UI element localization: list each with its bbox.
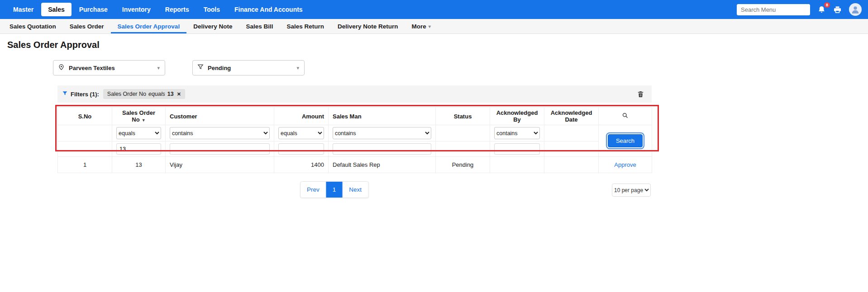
approval-table-container: S.No Sales Order No▼ Customer Amount Sal… bbox=[57, 107, 652, 173]
chevron-down-icon: ▾ bbox=[157, 65, 160, 71]
filter-chip[interactable]: Sales Order No equals 13 ✕ bbox=[103, 89, 185, 99]
col-header-amount: Amount bbox=[274, 108, 329, 125]
chevron-down-icon: ▾ bbox=[429, 24, 431, 29]
col-header-acknowledged-by: Acknowledged By bbox=[490, 108, 544, 125]
cell-acknowledged-date bbox=[544, 157, 599, 173]
customer-operator-select[interactable]: contains bbox=[170, 127, 270, 139]
sales-order-no-operator-select[interactable]: equals bbox=[116, 127, 161, 139]
sales-man-operator-select[interactable]: contains bbox=[333, 127, 431, 139]
per-page-select[interactable]: 10 per page bbox=[612, 184, 651, 197]
filter-operator-row: equals contains equals contains contains bbox=[58, 125, 652, 141]
filter-funnel-icon bbox=[62, 90, 68, 98]
filter-value-row bbox=[58, 141, 652, 157]
pagination-page-1-button[interactable]: 1 bbox=[326, 182, 343, 198]
nav-inventory[interactable]: Inventory bbox=[115, 3, 157, 16]
pagination-next-button[interactable]: Next bbox=[343, 182, 368, 198]
acknowledged-by-filter-input[interactable] bbox=[494, 143, 540, 155]
col-header-search bbox=[599, 108, 652, 125]
nav-purchase[interactable]: Purchase bbox=[72, 3, 114, 16]
nav-tools[interactable]: Tools bbox=[197, 3, 227, 16]
company-selector[interactable]: Parveen Textiles ▾ bbox=[53, 60, 165, 75]
clear-filters-trash-icon[interactable] bbox=[637, 90, 644, 98]
table-row: 1 13 Vijay 1400 Default Sales Rep Pendin… bbox=[58, 157, 652, 173]
user-avatar[interactable] bbox=[849, 3, 862, 16]
sales-order-no-filter-input[interactable] bbox=[116, 143, 161, 155]
filter-chip-operator: equals bbox=[148, 91, 165, 97]
nav-master[interactable]: Master bbox=[6, 3, 40, 16]
company-selector-value: Parveen Textiles bbox=[69, 65, 115, 71]
active-filters-bar: Filters (1): Sales Order No equals 13 ✕ bbox=[57, 85, 652, 103]
status-selector[interactable]: Pending ▾ bbox=[192, 60, 305, 75]
subnav-sales-return[interactable]: Sales Return bbox=[280, 19, 331, 33]
cell-sales-order-no: 13 bbox=[112, 157, 166, 173]
subnav-sales-quotation[interactable]: Sales Quotation bbox=[3, 19, 63, 33]
subnav-delivery-note-return[interactable]: Delivery Note Return bbox=[331, 19, 405, 33]
top-navigation-bar: Master Sales Purchase Inventory Reports … bbox=[0, 0, 868, 19]
pagination-row: Prev 1 Next 10 per page bbox=[57, 181, 652, 200]
approve-link[interactable]: Approve bbox=[614, 161, 636, 168]
cell-sales-man: Default Sales Rep bbox=[329, 157, 436, 173]
status-selector-value: Pending bbox=[208, 65, 231, 71]
location-pin-icon bbox=[58, 64, 65, 72]
filter-chip-value: 13 bbox=[167, 91, 174, 97]
subnav-sales-order-approval[interactable]: Sales Order Approval bbox=[111, 19, 187, 33]
filter-chip-field: Sales Order No bbox=[107, 91, 146, 97]
print-icon[interactable] bbox=[833, 5, 842, 14]
filters-count-label: Filters (1): bbox=[71, 91, 99, 98]
subnav-sales-bill[interactable]: Sales Bill bbox=[239, 19, 280, 33]
nav-reports[interactable]: Reports bbox=[158, 3, 196, 16]
acknowledged-by-operator-select[interactable]: contains bbox=[494, 127, 540, 139]
cell-sno: 1 bbox=[58, 157, 112, 173]
cell-status: Pending bbox=[436, 157, 490, 173]
filter-chip-close-icon[interactable]: ✕ bbox=[177, 91, 181, 97]
cell-acknowledged-by bbox=[490, 157, 544, 173]
filter-selectors: Parveen Textiles ▾ Pending ▾ bbox=[53, 60, 868, 75]
col-header-customer: Customer bbox=[166, 108, 274, 125]
chevron-down-icon: ▾ bbox=[296, 65, 299, 71]
nav-finance-and-accounts[interactable]: Finance And Accounts bbox=[228, 3, 310, 16]
notification-count-badge: 8 bbox=[824, 2, 830, 8]
notifications-bell-icon[interactable]: 8 bbox=[817, 5, 826, 14]
sort-descending-icon[interactable]: ▼ bbox=[142, 118, 146, 122]
main-menu: Master Sales Purchase Inventory Reports … bbox=[6, 3, 310, 16]
sales-man-filter-input[interactable] bbox=[333, 143, 431, 155]
col-header-sales-order-no[interactable]: Sales Order No▼ bbox=[112, 108, 166, 125]
nav-sales[interactable]: Sales bbox=[41, 3, 72, 16]
amount-operator-select[interactable]: equals bbox=[278, 127, 324, 139]
col-header-sales-man: Sales Man bbox=[329, 108, 436, 125]
sales-sub-navigation: Sales Quotation Sales Order Sales Order … bbox=[0, 19, 868, 34]
topbar-right-controls: 8 bbox=[737, 3, 862, 16]
cell-amount: 1400 bbox=[274, 157, 329, 173]
customer-filter-input[interactable] bbox=[170, 143, 270, 155]
table-header-row: S.No Sales Order No▼ Customer Amount Sal… bbox=[58, 108, 652, 125]
pagination: Prev 1 Next bbox=[300, 181, 368, 198]
approval-table: S.No Sales Order No▼ Customer Amount Sal… bbox=[57, 107, 652, 173]
cell-customer: Vijay bbox=[166, 157, 274, 173]
search-menu-input[interactable] bbox=[737, 4, 810, 15]
subnav-delivery-note[interactable]: Delivery Note bbox=[186, 19, 239, 33]
col-header-acknowledged-date: Acknowledged Date bbox=[544, 108, 599, 125]
col-header-sno: S.No bbox=[58, 108, 112, 125]
subnav-more[interactable]: More ▾ bbox=[405, 19, 438, 33]
subnav-sales-order[interactable]: Sales Order bbox=[63, 19, 111, 33]
amount-filter-input[interactable] bbox=[278, 143, 324, 155]
search-button[interactable]: Search bbox=[608, 134, 643, 147]
filter-funnel-icon bbox=[197, 64, 204, 72]
col-header-status: Status bbox=[436, 108, 490, 125]
sales-order-approval-panel: Filters (1): Sales Order No equals 13 ✕ … bbox=[57, 85, 652, 200]
pagination-prev-button[interactable]: Prev bbox=[300, 182, 326, 198]
search-icon bbox=[622, 113, 629, 120]
page-title: Sales Order Approval bbox=[0, 34, 868, 52]
